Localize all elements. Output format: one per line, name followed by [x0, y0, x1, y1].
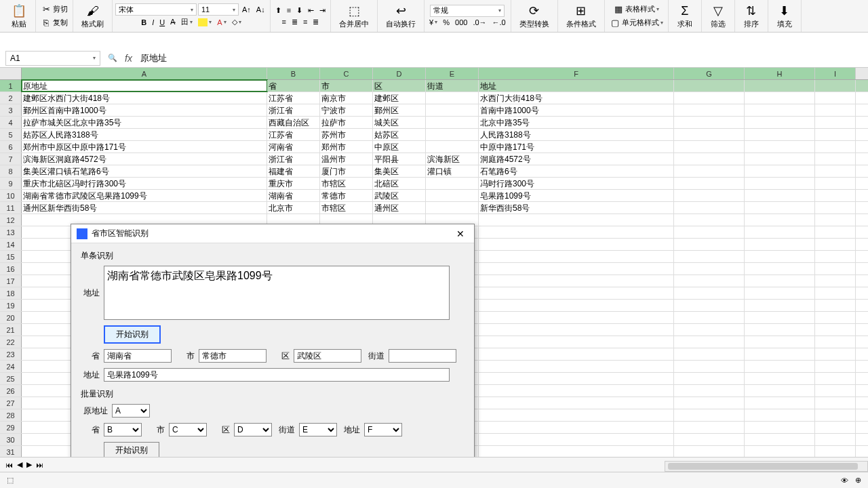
cell[interactable]: [745, 92, 815, 104]
row-header[interactable]: 19: [0, 300, 22, 311]
row-header[interactable]: 22: [0, 336, 22, 348]
horizontal-scrollbar[interactable]: [665, 461, 868, 472]
type-convert-button[interactable]: ⟳类型转换: [515, 1, 553, 30]
cell[interactable]: [815, 80, 856, 92]
cell[interactable]: [815, 287, 856, 299]
cell[interactable]: 南京市: [320, 92, 373, 104]
col-header-d[interactable]: D: [373, 68, 426, 79]
cell[interactable]: 武陵区: [373, 190, 426, 201]
decrease-decimal-button[interactable]: ←.0: [490, 17, 508, 28]
cell[interactable]: [426, 129, 479, 140]
eye-icon[interactable]: 👁: [841, 476, 848, 485]
cell[interactable]: 鄞州区首南中路1000号: [22, 104, 267, 116]
cell[interactable]: 区: [373, 80, 426, 92]
cell[interactable]: [479, 275, 674, 287]
cell[interactable]: 中原区: [373, 141, 426, 152]
start-recognize-button[interactable]: 开始识别: [104, 325, 161, 344]
cell[interactable]: 灌口镇: [426, 165, 479, 177]
cell[interactable]: 宁波市: [320, 104, 373, 116]
cell[interactable]: 水西门大街418号: [479, 92, 674, 104]
align-right-button[interactable]: ≡: [301, 16, 309, 28]
bold-button[interactable]: B: [139, 16, 149, 28]
cell[interactable]: 拉萨市: [320, 117, 373, 128]
cell[interactable]: [815, 446, 856, 458]
cell[interactable]: [815, 312, 856, 323]
cell[interactable]: [745, 385, 815, 396]
cell[interactable]: [426, 178, 479, 189]
cell[interactable]: [745, 214, 815, 226]
paste-button[interactable]: 📋 粘贴: [7, 1, 31, 30]
cell[interactable]: [674, 348, 745, 360]
row-header[interactable]: 18: [0, 287, 22, 299]
cell[interactable]: 常德市: [320, 190, 373, 201]
cell[interactable]: [674, 287, 745, 299]
col-header-g[interactable]: G: [674, 68, 745, 79]
cell[interactable]: [815, 239, 856, 250]
cell[interactable]: [674, 80, 745, 92]
cell[interactable]: 湖南省: [267, 190, 320, 201]
cell[interactable]: [815, 141, 856, 152]
cell[interactable]: 街道: [426, 80, 479, 92]
tab-nav-next[interactable]: ▶: [26, 460, 32, 469]
cell[interactable]: [674, 312, 745, 323]
cell[interactable]: [745, 117, 815, 128]
cell[interactable]: [479, 422, 674, 433]
cell[interactable]: [815, 275, 856, 287]
cell[interactable]: [479, 226, 674, 238]
increase-font-button[interactable]: A↑: [240, 3, 253, 16]
cell[interactable]: [745, 434, 815, 445]
row-header[interactable]: 6: [0, 141, 22, 152]
cell[interactable]: [815, 324, 856, 336]
cell[interactable]: 地址: [479, 80, 674, 92]
row-header[interactable]: 9: [0, 178, 22, 189]
cell[interactable]: 北京市: [267, 202, 320, 214]
strikethrough-button[interactable]: A̶: [168, 16, 178, 28]
cell[interactable]: [674, 300, 745, 311]
cell[interactable]: [674, 239, 745, 250]
cell[interactable]: [426, 190, 479, 201]
cell[interactable]: 皂果路1099号: [479, 190, 674, 201]
cell[interactable]: [745, 300, 815, 311]
cell[interactable]: [479, 361, 674, 372]
row-header[interactable]: 15: [0, 251, 22, 262]
row-header[interactable]: 16: [0, 263, 22, 274]
cell[interactable]: [674, 409, 745, 421]
cell[interactable]: [426, 104, 479, 116]
scrollbar-thumb[interactable]: [668, 463, 858, 470]
cell[interactable]: 市辖区: [320, 202, 373, 214]
cell[interactable]: [745, 287, 815, 299]
cell[interactable]: [745, 178, 815, 189]
cell[interactable]: 郑州市中原区中原中路171号: [22, 141, 267, 152]
cell[interactable]: [674, 275, 745, 287]
tab-nav-prev[interactable]: ◀: [17, 460, 22, 469]
cell[interactable]: [674, 361, 745, 372]
align-center-button[interactable]: ≣: [290, 16, 300, 28]
cell[interactable]: [745, 422, 815, 433]
fill-button[interactable]: ⬇填充: [772, 1, 797, 30]
cell[interactable]: [815, 422, 856, 433]
cell[interactable]: [745, 336, 815, 348]
cell[interactable]: [815, 226, 856, 238]
cell[interactable]: [674, 251, 745, 262]
cell[interactable]: [479, 251, 674, 262]
font-color-button[interactable]: A▾: [215, 16, 228, 28]
row-header[interactable]: 30: [0, 434, 22, 445]
cell[interactable]: 冯时行路300号: [479, 178, 674, 189]
indent-increase-button[interactable]: ⇥: [317, 5, 328, 16]
format-painter-button[interactable]: 🖌 格式刷: [77, 1, 108, 30]
zoom-out-button[interactable]: 🔍: [106, 52, 119, 64]
cell[interactable]: 苏州市: [320, 129, 373, 140]
cell[interactable]: [815, 300, 856, 311]
decrease-font-button[interactable]: A↓: [254, 3, 267, 16]
currency-button[interactable]: ¥▾: [427, 17, 439, 28]
cell[interactable]: 拉萨市城关区北京中路35号: [22, 117, 267, 128]
batch-addr-select[interactable]: F: [364, 423, 402, 436]
cell[interactable]: [479, 373, 674, 384]
formula-input[interactable]: [138, 51, 863, 66]
row-header[interactable]: 21: [0, 324, 22, 336]
row-header[interactable]: 23: [0, 348, 22, 360]
fill-color-button[interactable]: ▾: [196, 16, 214, 28]
cell[interactable]: 浙江省: [267, 153, 320, 165]
cell[interactable]: [674, 92, 745, 104]
cell[interactable]: 市辖区: [320, 178, 373, 189]
